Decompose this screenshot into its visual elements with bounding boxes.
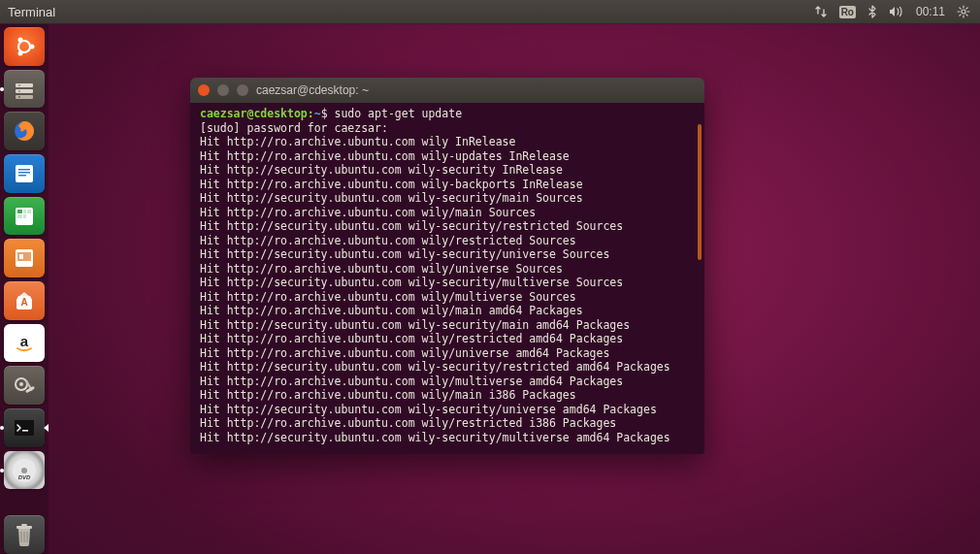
svg-rect-15 bbox=[18, 175, 26, 177]
svg-point-2 bbox=[30, 44, 35, 49]
svg-rect-31 bbox=[22, 430, 28, 432]
top-panel: Terminal Ro 00:11 bbox=[0, 0, 980, 24]
svg-rect-20 bbox=[17, 214, 22, 218]
launcher-libreoffice-writer[interactable] bbox=[4, 154, 45, 193]
window-close-button[interactable] bbox=[198, 84, 210, 96]
svg-rect-14 bbox=[18, 172, 30, 174]
gear-icon[interactable] bbox=[957, 5, 970, 18]
svg-text:A: A bbox=[20, 297, 27, 308]
volume-icon[interactable] bbox=[889, 6, 904, 17]
svg-rect-13 bbox=[18, 169, 30, 171]
launcher-terminal[interactable] bbox=[4, 408, 45, 447]
svg-rect-6 bbox=[16, 89, 33, 93]
svg-rect-21 bbox=[23, 214, 26, 218]
svg-point-8 bbox=[18, 84, 20, 86]
svg-point-3 bbox=[18, 37, 23, 42]
terminal-output[interactable]: caezsar@cdesktop:~$ sudo apt-get update … bbox=[190, 103, 704, 454]
launcher-trash[interactable] bbox=[4, 515, 45, 554]
clock[interactable]: 00:11 bbox=[916, 5, 945, 18]
svg-point-4 bbox=[18, 50, 23, 55]
launcher-system-settings[interactable] bbox=[4, 366, 45, 405]
network-icon[interactable] bbox=[814, 5, 828, 18]
window-maximize-button[interactable] bbox=[237, 84, 248, 96]
svg-point-1 bbox=[18, 41, 30, 52]
window-title: caezsar@cdesktop: ~ bbox=[256, 83, 369, 97]
svg-rect-19 bbox=[27, 210, 31, 213]
svg-text:DVD: DVD bbox=[18, 474, 31, 480]
svg-rect-7 bbox=[16, 95, 33, 99]
launcher-libreoffice-impress[interactable] bbox=[4, 239, 45, 277]
bluetooth-icon[interactable] bbox=[867, 5, 877, 18]
window-titlebar[interactable]: caezsar@cdesktop: ~ bbox=[190, 78, 704, 103]
svg-point-10 bbox=[18, 96, 20, 98]
launcher-amazon[interactable]: a bbox=[4, 324, 45, 363]
svg-rect-30 bbox=[15, 420, 34, 436]
svg-rect-17 bbox=[17, 210, 22, 213]
terminal-scrollbar[interactable] bbox=[698, 124, 702, 260]
launcher: AaDVD bbox=[0, 23, 49, 554]
svg-rect-18 bbox=[23, 210, 26, 213]
svg-text:a: a bbox=[20, 333, 29, 349]
svg-rect-5 bbox=[16, 83, 33, 87]
active-app-title: Terminal bbox=[0, 5, 55, 19]
launcher-ubuntu-software[interactable]: A bbox=[4, 281, 45, 320]
svg-point-0 bbox=[962, 10, 965, 14]
svg-point-33 bbox=[21, 468, 27, 473]
launcher-firefox[interactable] bbox=[4, 112, 45, 150]
system-tray: Ro 00:11 bbox=[814, 5, 980, 18]
svg-rect-35 bbox=[16, 526, 32, 529]
launcher-libreoffice-calc[interactable] bbox=[4, 197, 45, 236]
svg-rect-24 bbox=[19, 254, 23, 259]
terminal-window[interactable]: caezsar@cdesktop: ~ caezsar@cdesktop:~$ … bbox=[190, 78, 704, 454]
window-minimize-button[interactable] bbox=[217, 84, 229, 96]
launcher-files[interactable] bbox=[4, 70, 45, 109]
svg-rect-12 bbox=[16, 165, 33, 182]
svg-rect-36 bbox=[21, 524, 27, 526]
svg-point-9 bbox=[18, 90, 20, 92]
svg-point-28 bbox=[19, 382, 23, 386]
keyboard-layout-indicator[interactable]: Ro bbox=[839, 6, 856, 18]
launcher-dvd[interactable]: DVD bbox=[4, 451, 45, 490]
launcher-ubuntu-dash[interactable] bbox=[4, 27, 45, 66]
